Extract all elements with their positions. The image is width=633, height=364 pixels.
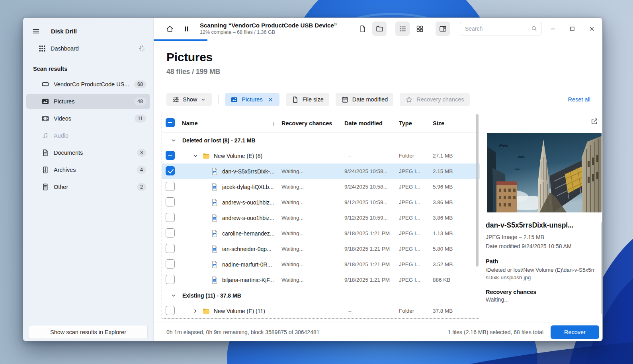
group-label: Existing (11) - 37.8 MB [182, 292, 241, 299]
table-row[interactable]: andrew-s-ouo1hbiz...Waiting...9/12/2025 … [162, 210, 480, 226]
preview-panel-button[interactable] [436, 21, 450, 36]
home-button[interactable] [162, 21, 177, 36]
scan-title: Scanning “VendorCo ProductCode USB Devic… [200, 22, 337, 29]
pause-button[interactable] [179, 21, 193, 36]
show-in-explorer-button[interactable]: Show scan results in Explorer [29, 325, 148, 339]
panel-scrollbar[interactable] [601, 222, 603, 314]
row-checkbox[interactable] [166, 244, 175, 253]
group-row[interactable]: Deleted or lost (8) - 27.1 MB [162, 132, 480, 148]
type-cell: JPEG I... [399, 168, 433, 174]
folder-name: New Volume (E) (11) [214, 308, 265, 314]
row-checkbox[interactable] [166, 259, 175, 269]
preview-panel-icon [439, 25, 447, 33]
remove-filter-icon[interactable] [267, 96, 274, 103]
preview-recovery-label: Recovery chances [486, 289, 597, 295]
column-header-size[interactable]: Size [433, 120, 480, 127]
minimize-button[interactable] [544, 21, 561, 36]
table-scrollbar[interactable] [476, 114, 479, 267]
table-row[interactable]: ian-schneider-0qp...Waiting...9/18/2025 … [162, 241, 480, 257]
row-checkbox[interactable] [166, 197, 175, 206]
table-row[interactable]: jacek-dylag-liQXLb...Waiting...9/24/2025… [162, 179, 480, 195]
select-all-checkbox[interactable] [166, 118, 175, 127]
row-checkbox[interactable] [166, 213, 175, 222]
sidebar-item-videos[interactable]: Videos11 [26, 111, 150, 126]
search-input[interactable] [460, 22, 541, 35]
sidebar-item-documents[interactable]: Documents3 [26, 145, 150, 160]
table-row[interactable]: nadine-marfurt-0R...Waiting...9/18/2025 … [162, 257, 480, 272]
table-row[interactable]: New Volume (E) (11)–Folder37.8 MB [162, 303, 480, 319]
star-icon [405, 96, 413, 103]
filter-chip-recovery-chances[interactable]: Recovery chances [400, 93, 469, 106]
row-checkbox[interactable] [166, 275, 175, 284]
chevron-down-icon[interactable] [170, 137, 177, 144]
column-header-date-modified[interactable]: Date modified [344, 120, 399, 127]
file-table-body: Deleted or lost (8) - 27.1 MBNew Volume … [162, 132, 480, 319]
chevron-right-icon[interactable] [192, 308, 199, 314]
show-filter-button[interactable]: Show [166, 93, 212, 106]
sidebar-item-vendorco-productcode-us[interactable]: VendorCo ProductCode US...68 [26, 77, 150, 92]
close-icon [588, 25, 596, 33]
row-checkbox[interactable] [166, 306, 175, 315]
table-row[interactable]: caroline-hernandez...Waiting...9/18/2025… [162, 226, 480, 241]
image-file-icon [211, 230, 219, 237]
close-button[interactable] [583, 21, 600, 36]
column-header-recovery-chances[interactable]: Recovery chances [281, 120, 344, 127]
row-checkbox[interactable] [166, 151, 175, 160]
sidebar-item-pictures[interactable]: Pictures48 [26, 94, 150, 109]
table-row[interactable]: dan-v-S5x5rrsDixk-...Waiting...9/24/2025… [162, 164, 480, 179]
row-checkbox[interactable] [166, 166, 175, 175]
filter-bar: Show PicturesFile sizeDate modifiedRecov… [166, 93, 470, 106]
row-checkbox[interactable] [166, 228, 175, 237]
recover-button[interactable]: Recover [551, 325, 599, 339]
maximize-button[interactable] [564, 21, 580, 36]
filter-chip-label: Recovery chances [416, 96, 464, 103]
sidebar-item-archives[interactable]: Archives4 [26, 162, 150, 177]
file-name: andrew-s-ouo1hbiz... [222, 215, 274, 221]
filter-chip-pictures[interactable]: Pictures [225, 93, 279, 106]
group-row[interactable]: Existing (11) - 37.8 MB [162, 288, 480, 303]
open-external-icon[interactable] [590, 117, 599, 126]
grid-view-button[interactable] [412, 21, 427, 36]
table-row[interactable]: New Volume (E) (8)–Folder27.1 MB [162, 148, 480, 164]
sidebar-item-other[interactable]: Other2 [26, 179, 150, 195]
size-cell: 37.8 MB [433, 308, 480, 314]
open-folder-button[interactable] [372, 21, 387, 36]
date-cell: – [344, 153, 399, 159]
preview-panel: dan-v-S5x5rrsDixk-unspl... JPEG Image – … [483, 114, 603, 319]
recovery-cell: Waiting... [281, 199, 344, 205]
chevron-down-icon[interactable] [192, 153, 199, 159]
recovery-cell: Waiting... [281, 246, 344, 252]
list-view-button[interactable] [395, 21, 410, 36]
image-file-icon [211, 214, 219, 222]
desktop-wallpaper: Disk Drill Dashboard Scan results Vendor… [0, 0, 633, 364]
recovery-cell: Waiting... [281, 168, 344, 174]
column-header-type[interactable]: Type [399, 120, 433, 127]
column-header-name[interactable]: Name ↓ [182, 120, 281, 127]
date-cell: 9/18/2025 1:21 PM [344, 246, 399, 252]
folder-icon [375, 25, 384, 33]
size-cell: 3.86 MB [433, 199, 480, 205]
filter-chip-date-modified[interactable]: Date modified [336, 93, 393, 106]
sidebar-item-audio[interactable]: Audio [26, 128, 150, 143]
sidebar-item-dashboard[interactable]: Dashboard [26, 41, 150, 56]
table-row[interactable]: andrew-s-ouo1hbiz...Waiting...9/12/2025 … [162, 195, 480, 210]
sort-descending-icon[interactable]: ↓ [272, 120, 275, 127]
type-cell: JPEG I... [399, 230, 433, 236]
reset-all-link[interactable]: Reset all [568, 93, 590, 106]
new-file-button[interactable] [355, 21, 369, 36]
size-cell: 2.15 MB [433, 168, 480, 174]
page-subtitle: 48 files / 199 MB [166, 68, 220, 76]
chevron-down-icon[interactable] [170, 292, 177, 299]
filter-chip-file-size[interactable]: File size [286, 93, 329, 106]
scan-info: Scanning “VendorCo ProductCode USB Devic… [200, 22, 337, 35]
image-file-icon [211, 276, 219, 284]
table-row[interactable]: biljana-martinic-KjF...Waiting...9/18/20… [162, 272, 480, 288]
row-checkbox[interactable] [166, 182, 175, 191]
filter-divider [218, 95, 219, 104]
home-icon [166, 25, 174, 33]
pause-icon [182, 25, 191, 33]
menu-button[interactable] [30, 25, 41, 37]
image-file-icon [211, 261, 219, 269]
dashboard-label: Dashboard [51, 45, 134, 52]
group-label: Deleted or lost (8) - 27.1 MB [182, 137, 256, 144]
